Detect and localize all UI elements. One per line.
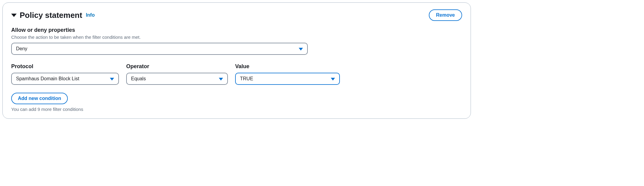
policy-statement-panel: Policy statement Info Remove Allow or de… xyxy=(2,2,471,119)
condition-row: Protocol Spamhaus Domain Block List Oper… xyxy=(11,63,462,85)
add-condition-button[interactable]: Add new condition xyxy=(11,93,68,104)
chevron-down-icon xyxy=(299,48,303,51)
value-select-value: TRUE xyxy=(240,76,253,81)
protocol-field: Protocol Spamhaus Domain Block List xyxy=(11,63,119,85)
action-select-value: Deny xyxy=(16,46,27,51)
operator-select[interactable]: Equals xyxy=(126,73,228,85)
collapse-toggle-icon[interactable] xyxy=(11,14,17,17)
conditions-hint: You can add 9 more filter conditions xyxy=(11,107,462,112)
value-select[interactable]: TRUE xyxy=(235,73,340,85)
chevron-down-icon xyxy=(219,78,223,81)
panel-header: Policy statement Info Remove xyxy=(11,9,462,21)
operator-select-value: Equals xyxy=(131,76,146,81)
value-field: Value TRUE xyxy=(235,63,340,85)
panel-header-left: Policy statement Info xyxy=(11,11,95,20)
action-label: Allow or deny properties xyxy=(11,27,462,33)
protocol-select-value: Spamhaus Domain Block List xyxy=(16,76,79,81)
chevron-down-icon xyxy=(331,78,335,81)
operator-field: Operator Equals xyxy=(126,63,228,85)
protocol-label: Protocol xyxy=(11,63,119,70)
action-description: Choose the action to be taken when the f… xyxy=(11,35,462,40)
action-select[interactable]: Deny xyxy=(11,43,308,55)
value-label: Value xyxy=(235,63,340,70)
chevron-down-icon xyxy=(110,78,114,81)
panel-title: Policy statement xyxy=(20,11,82,20)
info-link[interactable]: Info xyxy=(86,12,95,18)
protocol-select[interactable]: Spamhaus Domain Block List xyxy=(11,73,119,85)
operator-label: Operator xyxy=(126,63,228,70)
remove-button[interactable]: Remove xyxy=(429,9,462,21)
